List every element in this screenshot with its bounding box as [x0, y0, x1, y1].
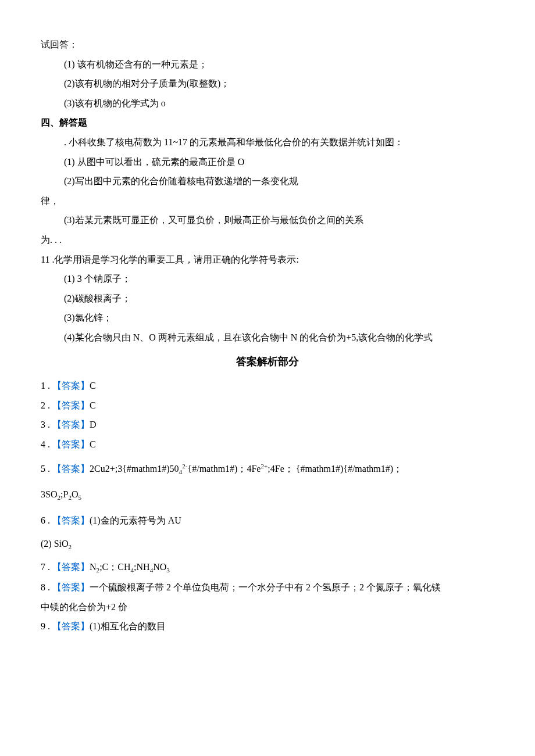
ans-6-val: (1)金的元素符号为 AU: [90, 515, 181, 525]
answer-tag: 【答案】: [52, 515, 90, 525]
q11-l2: (2)碳酸根离子；: [41, 289, 494, 309]
ans-6-l2: (2) SiO2: [41, 534, 494, 554]
ans-2-val: C: [90, 400, 96, 410]
ans-5-l2-sub3: 5: [79, 495, 82, 501]
ans-3: 3 . 【答案】D: [41, 415, 494, 435]
ans-5-p3: ;4Fe； {#mathm1#){#/mathm1#)；: [268, 464, 402, 474]
ans-1: 1 . 【答案】C: [41, 376, 494, 396]
q11-intro: 11 .化学用语是学习化学的重要工具，请用正确的化学符号表示:: [41, 250, 494, 270]
q11-l4: (4)某化合物只由 N、O 两种元素组成，且在该化合物中 N 的化合价为+5,该…: [41, 328, 494, 347]
q-sub1: (1) 该有机物还含有的一种元素是；: [41, 55, 494, 74]
answer-tag: 【答案】: [52, 582, 90, 592]
sec4-p5: (3)若某元素既可显正价，又可显负价，则最高正价与最低负价之间的关系: [41, 210, 494, 230]
ans-5: 5 . 【答案】2Cu2+;3{#mathm1#)5042-{#/mathm1#…: [41, 459, 494, 479]
answer-tag: 【答案】: [52, 562, 90, 572]
ans-7-p4: NO: [153, 562, 166, 572]
ans-3-pre: 3 .: [41, 420, 50, 429]
ans-7-p2: ;C；CH: [99, 562, 130, 572]
ans-8-l2: 中镁的化合价为+2 价: [41, 597, 494, 617]
ans-4-pre: 4 .: [41, 439, 50, 449]
ans-7-p1: N: [90, 562, 97, 572]
q-sub3: (3)该有机物的化学式为 o: [41, 94, 494, 113]
q-sub2: (2)该有机物的相对分子质量为(取整数)；: [41, 74, 494, 94]
ans-7-p3: ;NH: [134, 562, 150, 572]
ans-5-p2: {#/mathm1#)；4Fe: [188, 464, 261, 474]
ans-4: 4 . 【答案】C: [41, 435, 494, 454]
answer-tag: 【答案】: [52, 400, 90, 410]
ans-8-pre: 8 .: [41, 582, 50, 592]
sec4-p4: 律，: [41, 191, 494, 211]
ans-5-line2: 3SO2;P2O5: [41, 485, 494, 505]
section-4-title: 四、解答题: [41, 113, 494, 132]
sec4-p3: (2)写出图中元素的化合价随着核电荷数递增的一条变化规: [41, 171, 494, 191]
sec4-p1: . 小科收集了核电荷数为 11~17 的元素最高和华最低化合价的有关数据并统计如…: [41, 132, 494, 152]
ans-6-l2-p1: (2) SiO: [41, 539, 69, 549]
q11-l3: (3)氯化锌；: [41, 308, 494, 328]
ans-9-pre: 9 .: [41, 621, 50, 631]
ans-5-sub1: 4: [179, 468, 183, 475]
ans-5-l2-p1: 3SO: [41, 489, 57, 499]
q-intro: 试回答：: [41, 35, 494, 55]
ans-7-pre: 7 .: [41, 562, 50, 572]
ans-4-val: C: [90, 439, 96, 449]
ans-2: 2 . 【答案】C: [41, 396, 494, 415]
answer-tag: 【答案】: [52, 439, 90, 449]
ans-9-val: (1)相互化合的数目: [90, 621, 166, 631]
sec4-p6: 为. . .: [41, 230, 494, 250]
ans-9: 9 . 【答案】(1)相互化合的数目: [41, 617, 494, 636]
ans-5-sup2: 2+: [261, 462, 268, 469]
ans-7: 7 . 【答案】N2;C；CH4;NH4NO3: [41, 557, 494, 578]
ans-2-pre: 2 .: [41, 400, 50, 410]
ans-5-sup1: 2-: [182, 462, 187, 469]
sec4-p2: (1) 从图中可以看出，硫元素的最高正价是 O: [41, 152, 494, 172]
answer-tag: 【答案】: [52, 621, 90, 631]
ans-8: 8 . 【答案】一个硫酸根离子带 2 个单位负电荷；一个水分子中有 2 个氢原子…: [41, 578, 494, 597]
ans-5-l2-p2: ;P: [60, 489, 68, 499]
ans-1-val: C: [90, 381, 96, 390]
answer-tag: 【答案】: [52, 420, 90, 429]
q11-l1: (1) 3 个钠原子；: [41, 269, 494, 289]
answer-tag: 【答案】: [52, 464, 90, 474]
ans-6-pre: 6 .: [41, 515, 50, 525]
ans-7-sub4: 3: [166, 567, 170, 574]
ans-6: 6 . 【答案】(1)金的元素符号为 AU: [41, 511, 494, 531]
ans-5-l2-p3: O: [72, 489, 79, 499]
ans-6-l2-sub: 2: [69, 543, 72, 550]
ans-3-val: D: [90, 420, 97, 429]
ans-5-p1: 2Cu2+;3{#mathm1#)50: [90, 464, 179, 474]
answers-title: 答案解析部分: [41, 351, 494, 373]
ans-1-pre: 1 .: [41, 381, 50, 390]
ans-5-pre: 5 .: [41, 464, 50, 474]
ans-8-val: 一个硫酸根离子带 2 个单位负电荷；一个水分子中有 2 个氢原子；2 个氮原子；…: [90, 582, 441, 592]
answer-tag: 【答案】: [52, 381, 90, 390]
